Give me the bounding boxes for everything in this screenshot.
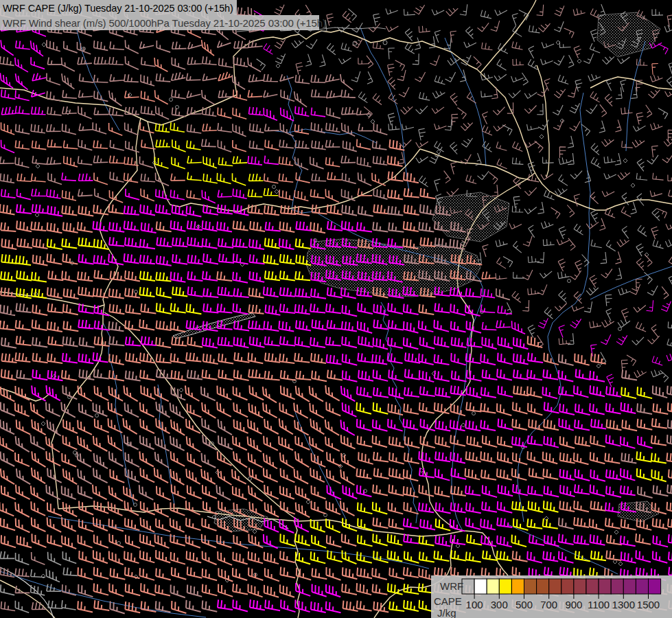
svg-text:WRF CAPE (J/kg) Tuesday 21-10-: WRF CAPE (J/kg) Tuesday 21-10-2025 03:00…: [3, 3, 233, 14]
svg-text:1100: 1100: [588, 599, 610, 610]
svg-text:1500: 1500: [637, 599, 660, 610]
svg-text:WRF Wind shear (m/s) 500/1000h: WRF Wind shear (m/s) 500/1000hPa Tuesday…: [3, 17, 326, 29]
svg-text:CAPE: CAPE: [434, 595, 462, 607]
svg-text:300: 300: [491, 599, 508, 610]
svg-text:WRF: WRF: [440, 580, 463, 592]
svg-text:500: 500: [515, 599, 533, 610]
svg-text:100: 100: [466, 599, 483, 610]
svg-text:J/kg: J/kg: [437, 607, 456, 618]
svg-text:700: 700: [540, 599, 557, 610]
svg-text:900: 900: [565, 599, 582, 610]
svg-text:1300: 1300: [612, 599, 635, 610]
